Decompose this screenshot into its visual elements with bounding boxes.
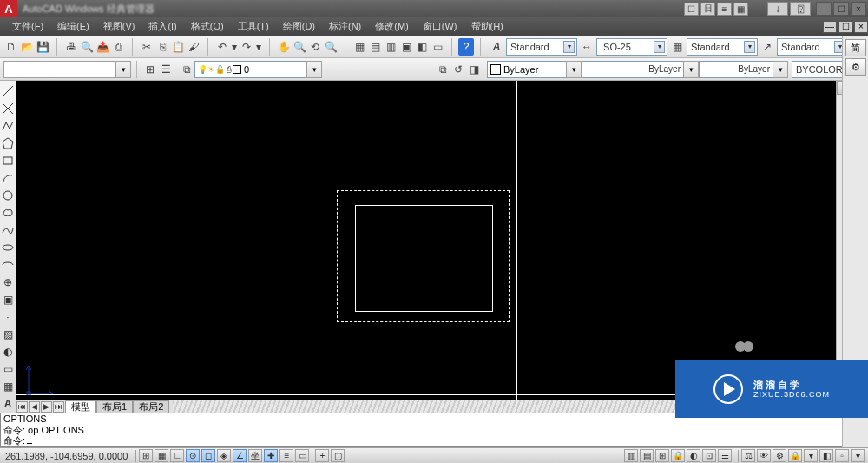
undo-drop-icon[interactable]: ▾ [230,38,239,56]
tab-layout1[interactable]: 布局1 [96,400,133,413]
rect-icon[interactable] [1,154,15,168]
qa-btn2[interactable]: 日 [700,3,715,16]
close-button[interactable]: × [851,2,866,16]
hardware-icon[interactable]: ▾ [804,449,818,462]
tray-icon[interactable]: ▾ [851,449,865,462]
otrack-toggle[interactable]: ∠ [233,449,247,462]
qa-btn1[interactable]: ☐ [684,3,699,16]
plot-icon[interactable]: ⎙ [110,38,126,56]
line-icon[interactable] [1,84,15,98]
ducs-toggle[interactable]: 坐 [248,449,262,462]
maximize-button[interactable]: ☐ [833,2,849,16]
tpy-toggle[interactable]: ▭ [295,449,309,462]
toolbar-lock-icon[interactable]: 🔒 [788,449,802,462]
dimstyle-icon[interactable]: ↔ [577,38,596,56]
lwt-toggle[interactable]: ≡ [279,449,293,462]
ortho-toggle[interactable]: ∟ [170,449,184,462]
insertblk-icon[interactable]: ⊕ [1,275,15,289]
print-icon[interactable]: 🖶 [63,38,79,56]
layerstate-icon[interactable]: ☰ [158,61,174,78]
hatch-icon[interactable]: ▨ [1,327,15,341]
snap-toggle[interactable]: ⊞ [139,449,153,462]
layprev-icon[interactable]: ↺ [450,61,466,78]
menu-draw[interactable]: 绘图(D) [276,17,322,36]
cut-icon[interactable]: ✂ [139,38,155,56]
matchprop-icon[interactable]: 🖌 [186,38,201,56]
point-icon[interactable]: · [1,310,15,324]
laymatch-icon[interactable]: ⧉ [435,61,450,78]
makeblk-icon[interactable]: ▣ [1,293,15,307]
doc-maximize[interactable]: ☐ [838,21,852,33]
table-icon[interactable]: ▦ [1,380,15,394]
status-coords[interactable]: 261.1989, -104.6959, 0.0000 [0,451,133,461]
pline-icon[interactable] [1,119,15,133]
lineweight-select[interactable]: ByLayer [699,61,773,78]
layerprops-icon[interactable]: ⊞ [142,61,158,78]
grid-toggle[interactable]: ▦ [155,449,168,462]
dimstyle-select[interactable]: ISO-25▾ [596,38,667,56]
color-select[interactable]: ByLayer [487,61,567,78]
ime-toggle[interactable]: 简 [845,39,866,56]
arc-icon[interactable] [1,171,15,185]
status-r3[interactable]: ⊞ [655,449,669,462]
dyn-toggle[interactable]: ✚ [264,449,278,462]
menu-tools[interactable]: 工具(T) [231,17,276,36]
help-button[interactable]: ↓ [767,2,788,16]
open-icon[interactable]: 📂 [19,38,35,56]
isolate-icon[interactable]: ◧ [819,449,833,462]
menu-format[interactable]: 格式(O) [184,17,231,36]
annoscale-icon[interactable]: ⚖ [741,449,755,462]
command-input[interactable] [3,61,116,78]
chat-bubble-icon[interactable] [738,341,753,352]
region-icon[interactable]: ▭ [1,362,15,376]
spline-icon[interactable] [1,223,15,237]
pan-icon[interactable]: ✋ [276,38,292,56]
new-icon[interactable]: 🗋 [3,38,19,56]
mleaderstyle-icon[interactable]: ↗ [758,38,777,56]
tab-next-icon[interactable]: ▶ [41,401,52,413]
menu-dimension[interactable]: 标注(N) [322,17,368,36]
markup-icon[interactable]: ◧ [414,38,430,56]
dc-icon[interactable]: ▤ [367,38,383,56]
props-icon[interactable]: ▦ [352,38,367,56]
redo-icon[interactable]: ↷ [239,38,254,56]
menu-insert[interactable]: 插入(I) [141,17,183,36]
tab-last-icon[interactable]: ⏭ [53,401,64,413]
status-r1[interactable]: ▥ [624,449,638,462]
linetype-drop[interactable]: ▾ [683,61,699,78]
mleaderstyle-select[interactable]: Standard▾ [777,38,848,56]
undo-icon[interactable]: ↶ [214,38,230,56]
tablestyle-select[interactable]: Standard▾ [687,38,758,56]
zoomprev-icon[interactable]: ⟲ [307,38,323,56]
layer-drop[interactable]: ▾ [306,61,322,78]
zoomrt-icon[interactable]: 🔍 [292,38,307,56]
tab-first-icon[interactable]: ⏮ [16,401,28,413]
menu-file[interactable]: 文件(F) [5,17,50,36]
menu-window[interactable]: 窗口(W) [416,17,464,36]
preview-icon[interactable]: 🔍 [79,38,95,56]
textstyle-select[interactable]: Standard▾ [506,38,577,56]
status-r5[interactable]: ◐ [687,449,700,462]
layiso-icon[interactable]: ◨ [466,61,482,78]
menu-edit[interactable]: 编辑(E) [50,17,96,36]
mtext-icon[interactable]: A [1,397,15,411]
ime-settings-icon[interactable]: ⚙ [845,58,866,76]
tab-model[interactable]: 模型 [65,400,96,413]
model-paper-toggle[interactable]: + [315,449,329,462]
status-r6[interactable]: ⊡ [702,449,716,462]
status-r7[interactable]: ☰ [718,449,732,462]
save-icon[interactable]: 💾 [35,38,50,56]
layer-select[interactable]: 💡 ☀ 🔓 ⎙ 0 [194,61,307,78]
ellipsearc-icon[interactable] [1,258,15,272]
paste-icon[interactable]: 📋 [170,38,186,56]
gradient-icon[interactable]: ◐ [1,345,15,359]
doc-minimize[interactable]: — [823,21,837,33]
qprops-toggle[interactable]: ▢ [331,449,345,462]
menu-help[interactable]: 帮助(H) [464,17,510,36]
status-r4[interactable]: 🔒 [671,449,685,462]
clean-icon[interactable]: ▫ [835,449,849,462]
redo-drop-icon[interactable]: ▾ [254,38,263,56]
ssm-icon[interactable]: ▣ [398,38,414,56]
polar-toggle[interactable]: ⊙ [186,449,200,462]
xline-icon[interactable] [1,102,15,116]
